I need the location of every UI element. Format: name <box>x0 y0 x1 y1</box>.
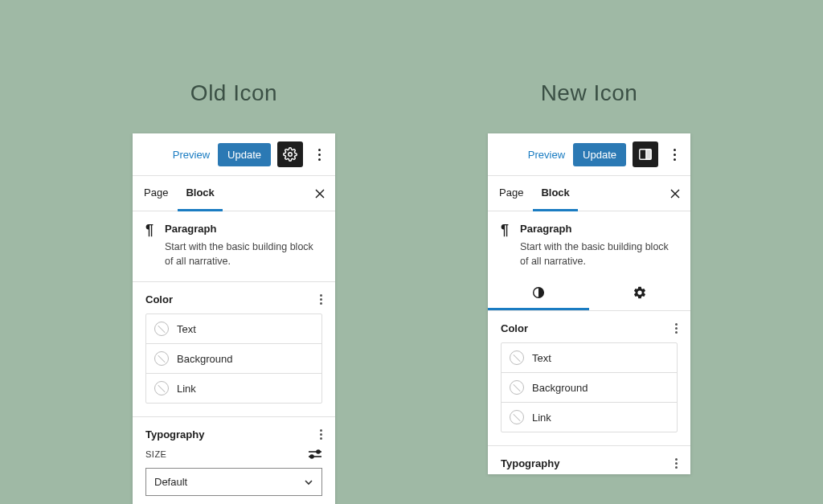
block-name: Paragraph <box>165 223 322 235</box>
block-description: Start with the basic building block of a… <box>165 240 322 268</box>
update-button[interactable]: Update <box>573 143 626 166</box>
empty-swatch-icon <box>510 380 524 395</box>
color-row-link[interactable]: Link <box>502 402 677 432</box>
empty-swatch-icon <box>154 381 169 395</box>
svg-rect-9 <box>646 150 651 160</box>
empty-swatch-icon <box>154 351 169 366</box>
section-typography: Typography <box>488 446 690 474</box>
panel-tabs: Page Block <box>488 176 690 211</box>
empty-swatch-icon <box>154 322 169 336</box>
section-color: Color Text Background Link <box>488 311 690 446</box>
sidebar-panel-old: Preview Update Page Block ¶ <box>133 133 335 504</box>
editor-top-bar: Preview Update <box>488 133 690 176</box>
section-title-color: Color <box>145 293 173 305</box>
close-panel-button[interactable] <box>669 188 681 199</box>
more-menu-button[interactable] <box>665 149 684 161</box>
tab-block[interactable]: Block <box>178 176 222 211</box>
cog-icon <box>633 285 647 300</box>
subtab-styles[interactable] <box>488 277 589 310</box>
block-card: ¶ Paragraph Start with the basic buildin… <box>133 211 335 282</box>
color-row-background[interactable]: Background <box>502 372 677 402</box>
section-title-color: Color <box>501 322 528 334</box>
more-menu-button[interactable] <box>309 149 329 161</box>
block-description: Start with the basic building block of a… <box>520 240 678 268</box>
color-label-link: Link <box>532 412 551 424</box>
font-size-select[interactable]: Default <box>145 468 322 496</box>
subtab-settings[interactable] <box>589 277 690 310</box>
preview-link[interactable]: Preview <box>173 149 210 161</box>
update-button[interactable]: Update <box>218 143 271 166</box>
color-options-menu[interactable] <box>675 323 678 334</box>
tab-page[interactable]: Page <box>496 176 533 211</box>
svg-point-0 <box>289 153 293 157</box>
block-card: ¶ Paragraph Start with the basic buildin… <box>488 211 690 277</box>
svg-point-6 <box>310 455 313 458</box>
color-row-text[interactable]: Text <box>146 314 321 343</box>
column-new: New Icon Preview Update Page Block <box>488 80 690 504</box>
font-size-value: Default <box>154 476 187 488</box>
chevron-down-icon <box>304 479 313 486</box>
color-list: Text Background Link <box>145 313 322 404</box>
block-subtabs <box>488 277 690 311</box>
sidebar-panel-icon <box>638 147 653 162</box>
color-label-background: Background <box>532 382 588 394</box>
half-circle-icon <box>531 285 546 300</box>
color-row-background[interactable]: Background <box>146 343 321 373</box>
typography-size-label: SIZE <box>145 449 166 459</box>
paragraph-icon: ¶ <box>501 223 509 268</box>
section-typography: Typography SIZE Default <box>133 417 335 504</box>
close-icon <box>314 188 326 199</box>
color-row-link[interactable]: Link <box>146 373 321 403</box>
color-list: Text Background Link <box>501 342 678 432</box>
heading-old: Old Icon <box>190 80 277 106</box>
settings-toggle-button[interactable] <box>277 141 303 167</box>
empty-swatch-icon <box>510 410 524 424</box>
color-row-text[interactable]: Text <box>502 343 677 372</box>
sidebar-panel-new: Preview Update Page Block <box>488 133 690 474</box>
cog-icon <box>283 147 297 162</box>
color-label-background: Background <box>177 353 232 365</box>
typography-options-menu[interactable] <box>320 429 322 440</box>
color-label-link: Link <box>177 383 196 395</box>
tab-block[interactable]: Block <box>533 176 577 211</box>
color-options-menu[interactable] <box>320 294 322 305</box>
section-color: Color Text Background Link <box>133 282 335 417</box>
preview-link[interactable]: Preview <box>528 149 565 161</box>
typography-options-menu[interactable] <box>675 458 678 469</box>
color-label-text: Text <box>177 323 196 335</box>
empty-swatch-icon <box>510 350 524 365</box>
column-old: Old Icon Preview Update Page Block <box>133 80 335 504</box>
settings-toggle-button[interactable] <box>633 141 658 167</box>
paragraph-icon: ¶ <box>145 223 154 268</box>
section-title-typography: Typography <box>145 428 204 440</box>
sliders-icon[interactable] <box>308 449 322 460</box>
section-title-typography: Typography <box>501 457 559 469</box>
color-label-text: Text <box>532 352 551 364</box>
heading-new: New Icon <box>541 80 638 106</box>
close-panel-button[interactable] <box>314 188 326 199</box>
svg-point-4 <box>317 450 320 453</box>
tab-page[interactable]: Page <box>141 176 178 211</box>
block-name: Paragraph <box>520 223 678 235</box>
close-icon <box>669 188 681 199</box>
panel-tabs: Page Block <box>133 176 335 211</box>
editor-top-bar: Preview Update <box>133 133 335 176</box>
